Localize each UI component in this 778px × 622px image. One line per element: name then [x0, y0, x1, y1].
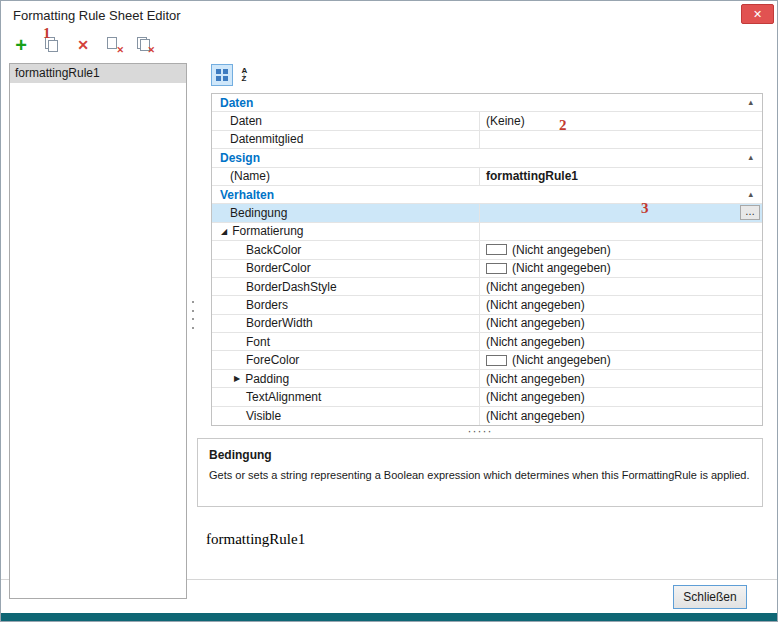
vertical-splitter[interactable]	[191, 301, 195, 329]
titlebar: Formatting Rule Sheet Editor ✕	[1, 1, 777, 31]
description-panel: Bedingung Gets or sets a string represen…	[197, 438, 763, 507]
close-icon: ✕	[753, 8, 762, 20]
property-row-font[interactable]: Font (Nicht angegeben)	[212, 333, 762, 351]
property-value: (Nicht angegeben)	[486, 280, 585, 294]
property-row-textalignment[interactable]: TextAlignment (Nicht angegeben)	[212, 388, 762, 406]
property-row-name[interactable]: (Name) formattingRule1	[212, 168, 762, 186]
property-row-borders[interactable]: Borders (Nicht angegeben)	[212, 296, 762, 314]
delete-all-sheets-button[interactable]: ✕	[135, 35, 155, 55]
property-grid: Daten ▴ Daten (Keine) Datenmitglied Desi…	[211, 93, 763, 426]
az-sort-icon: AZ↓	[242, 67, 257, 83]
property-row-borderwidth[interactable]: BorderWidth (Nicht angegeben)	[212, 315, 762, 333]
property-value: (Nicht angegeben)	[486, 316, 585, 330]
property-name: Visible	[246, 409, 281, 423]
property-name: BorderDashStyle	[246, 280, 337, 294]
color-swatch	[486, 244, 507, 255]
window-close-button[interactable]: ✕	[741, 4, 774, 24]
plus-icon: +	[15, 37, 27, 53]
property-name: TextAlignment	[246, 390, 321, 404]
property-row-borderdashstyle[interactable]: BorderDashStyle (Nicht angegeben)	[212, 278, 762, 296]
annotation-1: 1	[43, 25, 51, 42]
property-row-backcolor[interactable]: BackColor (Nicht angegeben)	[212, 241, 762, 259]
property-name: Borders	[246, 298, 288, 312]
property-name: BorderWidth	[246, 316, 313, 330]
categorized-view-button[interactable]	[211, 64, 233, 86]
property-value: (Nicht angegeben)	[486, 372, 585, 386]
bottom-accent-strip	[1, 613, 777, 621]
property-row-datenmitglied[interactable]: Datenmitglied	[212, 131, 762, 149]
window-title: Formatting Rule Sheet Editor	[13, 1, 181, 31]
category-label: Design	[220, 151, 260, 165]
ellipsis-button[interactable]: …	[740, 205, 760, 220]
property-name: Formatierung	[232, 224, 303, 238]
property-value: (Nicht angegeben)	[512, 353, 611, 367]
color-swatch	[486, 263, 507, 274]
annotation-2: 2	[559, 117, 567, 134]
chevron-up-icon[interactable]: ▴	[748, 152, 753, 162]
property-row-visible[interactable]: Visible (Nicht angegeben)	[212, 407, 762, 425]
category-row-verhalten[interactable]: Verhalten ▴	[212, 186, 762, 204]
alphabetical-sort-button[interactable]: AZ↓	[238, 64, 260, 86]
delete-icon: ✕	[77, 38, 89, 52]
category-label: Verhalten	[220, 188, 274, 202]
list-item-formattingrule1[interactable]: formattingRule1	[10, 64, 186, 83]
property-name: Padding	[245, 372, 289, 386]
annotation-3: 3	[641, 200, 649, 217]
description-text: Gets or sets a string representing a Boo…	[209, 468, 751, 483]
property-name: Datenmitglied	[230, 132, 303, 146]
property-row-bordercolor[interactable]: BorderColor (Nicht angegeben)	[212, 260, 762, 278]
property-name: Font	[246, 335, 270, 349]
property-row-bedingung[interactable]: Bedingung …	[212, 204, 762, 222]
formatting-rule-sheet-editor-dialog: Formatting Rule Sheet Editor ✕ + ✕ ✕ ✕ f…	[0, 0, 778, 622]
horizontal-splitter[interactable]: ·····	[197, 425, 763, 437]
category-row-design[interactable]: Design ▴	[212, 149, 762, 167]
rule-preview-text: formattingRule1	[206, 531, 305, 548]
color-swatch	[486, 355, 507, 366]
property-name: BackColor	[246, 243, 301, 257]
property-name: ForeColor	[246, 353, 299, 367]
chevron-up-icon[interactable]: ▴	[748, 189, 753, 199]
description-title: Bedingung	[209, 448, 751, 462]
rules-list: formattingRule1	[9, 63, 187, 599]
property-value: (Keine)	[486, 114, 525, 128]
delete-rule-button[interactable]: ✕	[73, 35, 93, 55]
property-value: (Nicht angegeben)	[486, 298, 585, 312]
property-name: Bedingung	[230, 206, 287, 220]
categorized-icon	[216, 69, 228, 81]
property-value: (Nicht angegeben)	[486, 409, 585, 423]
rule-item-label: formattingRule1	[15, 66, 100, 80]
property-value: (Nicht angegeben)	[512, 243, 611, 257]
property-row-daten[interactable]: Daten (Keine)	[212, 112, 762, 130]
property-value: (Nicht angegeben)	[512, 261, 611, 275]
property-value: (Nicht angegeben)	[486, 335, 585, 349]
property-grid-toolbar: AZ↓	[211, 64, 260, 86]
group-row-formatierung[interactable]: ◢ Formatierung	[212, 223, 762, 241]
expanded-triangle-icon[interactable]: ◢	[221, 227, 227, 236]
property-value: (Nicht angegeben)	[486, 390, 585, 404]
rule-toolbar: + ✕ ✕ ✕	[11, 34, 155, 56]
property-row-padding[interactable]: ▶ Padding (Nicht angegeben)	[212, 370, 762, 388]
category-label: Daten	[220, 96, 253, 110]
property-name: Daten	[230, 114, 262, 128]
property-row-forecolor[interactable]: ForeColor (Nicht angegeben)	[212, 351, 762, 369]
add-rule-button[interactable]: +	[11, 35, 31, 55]
collapsed-triangle-icon[interactable]: ▶	[234, 374, 240, 383]
schliessen-button[interactable]: Schließen	[673, 585, 747, 609]
delete-sheet-button[interactable]: ✕	[104, 35, 124, 55]
property-value: formattingRule1	[486, 169, 578, 183]
property-name: (Name)	[230, 169, 270, 183]
property-name: BorderColor	[246, 261, 311, 275]
chevron-up-icon[interactable]: ▴	[748, 97, 753, 107]
category-row-daten[interactable]: Daten ▴	[212, 94, 762, 112]
